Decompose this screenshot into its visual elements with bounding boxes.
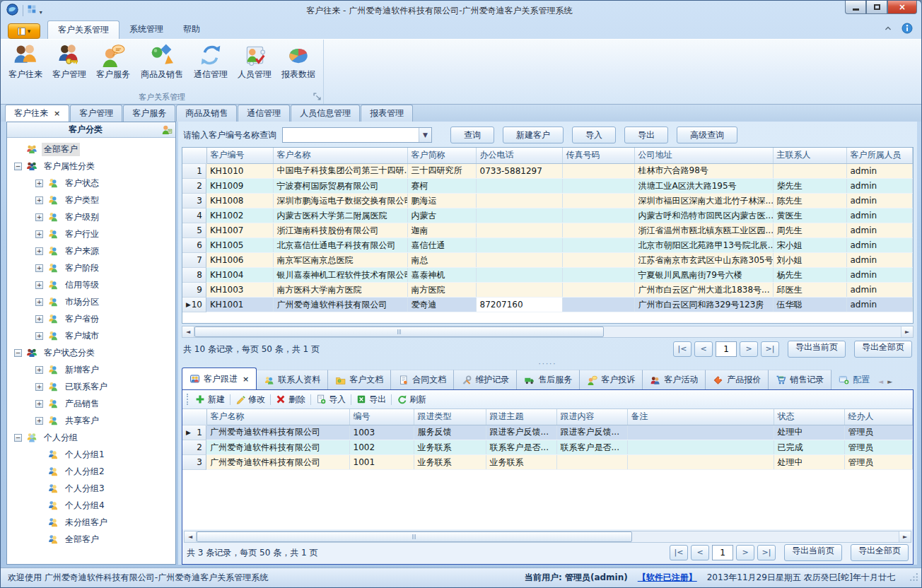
tree-item[interactable]: +信用等级 [11,276,175,293]
customer-grid-hscrollbar[interactable]: ◄ ► [182,326,914,338]
new-customer-button[interactable]: 新建客户 [503,127,564,143]
tree-item[interactable]: +客户级别 [11,208,175,225]
combobox-dropdown-icon[interactable]: ▼ [419,128,431,142]
tree-item[interactable]: 个人分组4 [11,497,175,514]
detail-tab[interactable]: 合同文档 [391,370,454,389]
table-row[interactable]: ▶10KH1001广州爱奇迪软件科技有限公司爱奇迪87207160广州市白云区同… [182,298,913,312]
column-header[interactable]: 跟进类型 [414,409,486,425]
column-header[interactable]: 客户所属人员 [846,148,913,163]
customer-search-input[interactable] [283,128,419,142]
ribbon-button[interactable]: 人员管理 [233,41,276,92]
close-tab-icon[interactable]: × [54,109,60,118]
column-header[interactable]: 编号 [349,409,414,425]
collapse-ribbon-icon[interactable] [883,25,893,35]
page-number-input[interactable] [716,341,737,357]
first-page-button[interactable]: |< [670,545,688,560]
column-header[interactable]: 公司地址 [634,148,773,163]
query-button[interactable]: 查询 [450,127,494,143]
expand-node-icon[interactable]: + [35,298,43,306]
column-header[interactable]: 备注 [627,409,774,425]
detail-tab[interactable]: 客户文档 [328,370,391,389]
scroll-tabs-right-icon[interactable]: ► [887,378,892,385]
tree-item[interactable]: 个人分组2 [11,463,175,480]
tree-item[interactable]: +产品销售 [11,395,175,412]
tree-item[interactable]: +已联系客户 [11,378,175,395]
scroll-right-icon[interactable]: ► [901,327,913,337]
tree-item[interactable]: +客户来源 [11,242,175,259]
export-button[interactable]: 导出 [356,394,386,406]
column-header[interactable]: 办公电话 [476,148,562,163]
column-header[interactable]: 客户名称 [206,409,349,425]
expand-node-icon[interactable]: + [35,332,43,340]
detail-tab[interactable]: 售后服务 [517,370,580,389]
collapse-node-icon[interactable]: − [14,349,22,357]
scroll-right-icon[interactable]: ► [899,531,911,542]
detail-tab[interactable]: 客户跟进× [182,368,257,389]
document-tab[interactable]: 人员信息管理 [291,105,360,122]
expand-node-icon[interactable]: + [35,247,43,255]
detail-tab[interactable]: 客户投诉 [580,370,643,389]
detail-tab[interactable]: 销售记录 [769,370,831,389]
scroll-left-icon[interactable]: ◄ [185,531,197,542]
tree-item[interactable]: 全部客户 [11,531,175,548]
tree-item[interactable]: +客户城市 [11,327,175,344]
close-button[interactable]: × [887,1,917,14]
detail-tab[interactable]: 联系人资料 [257,370,328,389]
tree-item[interactable]: +客户阶段 [11,259,175,276]
ribbon-button[interactable]: 客户往来 [4,41,47,92]
followup-grid-hscrollbar[interactable]: ◄ ► [184,531,911,543]
scroll-left-icon[interactable]: ◄ [182,327,194,337]
table-row[interactable]: 9KH1003南方医科大学南方医院南方医院广州市白云区广州大道北1838号...… [182,283,913,298]
tree-item[interactable]: −个人分组 [11,429,175,446]
tree-item[interactable]: −客户状态分类 [11,344,175,361]
quick-access-icon[interactable]: ▾ [28,5,42,16]
tree-item[interactable]: +客户省份 [11,310,175,327]
advanced-query-button[interactable]: 高级查询 [677,127,737,143]
tree-item[interactable]: +市场分区 [11,293,175,310]
tree-item[interactable]: +共享客户 [11,412,175,429]
column-header[interactable]: 客户简称 [407,148,476,163]
column-header[interactable]: 客户名称 [273,148,407,163]
prev-page-button[interactable]: < [694,341,713,357]
table-row[interactable]: 5KH1007浙江迦南科技股份有限公司迦南浙江省温州市瓯北镇东瓯工业区园...周… [182,223,913,238]
delete-button[interactable]: 删除 [276,394,305,406]
tree-item[interactable]: +客户状态 [11,175,175,192]
scrollbar-track[interactable] [194,327,901,337]
last-page-button[interactable]: >| [761,341,779,357]
tree-item[interactable]: +客户行业 [11,225,175,242]
document-tab[interactable]: 客户管理 [70,105,122,122]
table-row[interactable]: 8KH1004银川嘉泰神机工程软件技术有限公司嘉泰神机宁夏银川凤凰南街79号六楼… [182,268,913,283]
detail-tab[interactable]: 配置 [831,370,877,389]
table-row[interactable]: 4KH1002内蒙古医科大学第二附属医院内蒙古内蒙古呼和浩特市回民区内蒙古医..… [182,208,913,223]
expand-node-icon[interactable]: + [35,264,43,272]
tree-settings-icon[interactable] [161,124,173,136]
scrollbar-thumb[interactable] [194,327,604,337]
scrollbar-thumb[interactable] [197,531,632,542]
first-page-button[interactable]: |< [673,341,692,357]
scrollbar-track[interactable] [197,531,899,542]
collapse-node-icon[interactable]: − [14,434,22,442]
modify-button[interactable]: 修改 [235,394,265,406]
import-button[interactable]: 导入 [316,394,346,406]
detail-tab[interactable]: 产品报价 [706,370,769,389]
column-header[interactable]: 跟进内容 [556,409,627,425]
collapse-node-icon[interactable]: − [14,163,22,170]
detail-tab[interactable]: 客户活动 [643,370,706,389]
registered-link[interactable]: 【软件已注册】 [638,572,697,584]
tree-item[interactable]: +新增客户 [11,361,175,378]
ribbon-tab[interactable]: 客户关系管理 [47,20,119,39]
export-current-page-button[interactable]: 导出当前页 [788,341,846,358]
import-button[interactable]: 导入 [572,127,616,143]
expand-node-icon[interactable]: + [35,213,43,221]
scroll-tabs-left-icon[interactable]: ◄ [878,378,883,385]
column-header[interactable]: 状态 [774,409,844,425]
expand-node-icon[interactable]: + [35,400,43,408]
ribbon-tab[interactable]: 系统管理 [119,20,173,39]
column-header[interactable]: 经办人 [844,409,913,425]
minimize-button[interactable] [845,1,866,14]
document-tab[interactable]: 客户服务 [123,105,175,122]
export-button[interactable]: 导出 [624,127,668,143]
help-info-icon[interactable] [901,23,913,36]
table-row[interactable]: ▶1广州爱奇迪软件科技有限公司1003服务反馈跟进客户反馈...跟进客户反馈..… [182,425,913,440]
table-row[interactable]: 2KH1009宁波赛柯国际贸易有限公司赛柯洪塘工业A区洪大路195号柴先生adm… [182,179,913,194]
